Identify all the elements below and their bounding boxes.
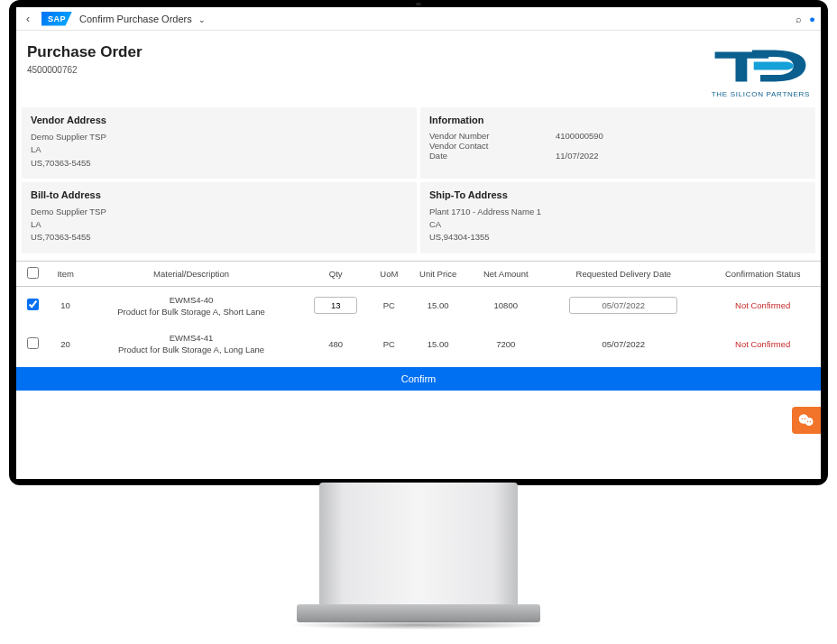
svg-point-4 xyxy=(807,421,809,423)
col-material: Material/Description xyxy=(82,261,300,286)
date-value: 11/07/2022 xyxy=(556,151,599,161)
shipto-heading: Ship-To Address xyxy=(429,189,806,200)
row-checkbox[interactable] xyxy=(27,337,39,349)
material-description: EWMS4-40 Product for Bulk Storage A, Sho… xyxy=(82,286,300,325)
camera-icon xyxy=(416,3,421,5)
items-table-wrap: Item Material/Description Qty UoM Unit P… xyxy=(16,261,821,363)
tsp-logo-icon xyxy=(711,43,810,88)
confirm-button[interactable]: Confirm xyxy=(16,367,821,391)
app-screen: ‹ SAP Confirm Purchase Orders ⌄ ⌕ ● Purc… xyxy=(16,7,821,479)
item-number: 10 xyxy=(49,286,82,325)
page-title: Purchase Order xyxy=(27,43,143,61)
confirmation-status: Not Confirmed xyxy=(704,286,821,325)
vendor-name: Demo Supplier TSP xyxy=(31,131,408,143)
material-description: EWMS4-41 Product for Bulk Storage A, Lon… xyxy=(82,325,300,363)
col-item: Item xyxy=(49,261,82,286)
page-header: Purchase Order 4500000762 THE SILICON PA… xyxy=(16,31,821,104)
net-amount-value: 10800 xyxy=(469,286,542,325)
net-amount-value: 7200 xyxy=(469,325,542,363)
col-conf-status: Confirmation Status xyxy=(704,261,821,286)
billto-card: Bill-to Address Demo Supplier TSP LA US,… xyxy=(22,182,417,253)
material-desc: Product for Bulk Storage A, Short Lane xyxy=(86,306,297,317)
uom-value: PC xyxy=(372,325,407,363)
vendor-number-label: Vendor Number xyxy=(429,131,556,141)
item-number: 20 xyxy=(49,325,82,363)
qty-value: 480 xyxy=(328,339,343,349)
table-row: 20 EWMS4-41 Product for Bulk Storage A, … xyxy=(16,325,821,363)
shipto-zip: US,94304-1355 xyxy=(429,231,806,244)
billto-city: LA xyxy=(31,218,408,231)
confirmation-status: Not Confirmed xyxy=(704,325,821,363)
information-heading: Information xyxy=(429,115,806,125)
monitor-stand-base xyxy=(297,604,540,622)
vendor-number-value: 4100000590 xyxy=(556,131,603,141)
shipto-city: CA xyxy=(429,218,806,231)
select-all-checkbox[interactable] xyxy=(27,267,39,279)
billto-zip: US,70363-5455 xyxy=(31,231,408,244)
uom-value: PC xyxy=(372,286,407,325)
items-table: Item Material/Description Qty UoM Unit P… xyxy=(16,261,821,363)
row-checkbox[interactable] xyxy=(27,299,39,310)
svg-point-5 xyxy=(810,421,812,423)
chat-icon[interactable] xyxy=(792,407,821,434)
svg-point-1 xyxy=(805,418,814,426)
col-req-date: Requested Delivery Date xyxy=(542,261,704,286)
user-icon[interactable]: ● xyxy=(809,14,815,24)
partner-logo: THE SILICON PARTNERS xyxy=(711,43,810,98)
chevron-down-icon: ⌄ xyxy=(198,15,206,24)
col-qty: Qty xyxy=(300,261,372,286)
billto-heading: Bill-to Address xyxy=(31,189,408,200)
vendor-address-card: Vendor Address Demo Supplier TSP LA US,7… xyxy=(22,107,417,179)
shell-title-text: Confirm Purchase Orders xyxy=(79,14,192,24)
col-uom: UoM xyxy=(372,261,407,286)
monitor-stand-neck xyxy=(319,483,518,609)
shell-header: ‹ SAP Confirm Purchase Orders ⌄ ⌕ ● xyxy=(16,7,821,31)
page-titles: Purchase Order 4500000762 xyxy=(27,43,143,75)
col-net-amount: Net Amount xyxy=(469,261,542,286)
unit-price-value: 15.00 xyxy=(407,286,469,325)
information-card: Information Vendor Number 4100000590 Ven… xyxy=(420,107,815,179)
shell-actions: ⌕ ● xyxy=(796,14,815,24)
shipto-card: Ship-To Address Plant 1710 - Address Nam… xyxy=(420,182,815,253)
date-value: 05/07/2022 xyxy=(602,339,646,349)
info-grid: Vendor Address Demo Supplier TSP LA US,7… xyxy=(16,104,821,257)
table-header-row: Item Material/Description Qty UoM Unit P… xyxy=(16,261,821,286)
shell-title-dropdown[interactable]: Confirm Purchase Orders ⌄ xyxy=(79,14,206,24)
qty-input[interactable] xyxy=(314,297,357,314)
material-code: EWMS4-40 xyxy=(86,294,297,306)
date-label: Date xyxy=(429,151,556,161)
billto-name: Demo Supplier TSP xyxy=(31,206,408,218)
vendor-contact-label: Vendor Contact xyxy=(429,141,556,151)
confirm-label: Confirm xyxy=(401,373,437,384)
sap-logo-icon[interactable]: SAP xyxy=(41,12,72,26)
unit-price-value: 15.00 xyxy=(407,325,469,363)
monitor-frame: ‹ SAP Confirm Purchase Orders ⌄ ⌕ ● Purc… xyxy=(9,0,828,485)
material-desc: Product for Bulk Storage A, Long Lane xyxy=(86,344,297,355)
svg-point-2 xyxy=(802,419,804,420)
search-icon[interactable]: ⌕ xyxy=(796,14,802,24)
svg-point-3 xyxy=(805,419,806,420)
shipto-name: Plant 1710 - Address Name 1 xyxy=(429,206,806,218)
partner-logo-text: THE SILICON PARTNERS xyxy=(711,90,810,98)
table-row: 10 EWMS4-40 Product for Bulk Storage A, … xyxy=(16,286,821,325)
col-unit-price: Unit Price xyxy=(407,261,469,286)
back-icon[interactable]: ‹ xyxy=(22,13,34,25)
vendor-city: LA xyxy=(31,143,408,156)
monitor-shadow xyxy=(288,621,549,630)
po-number: 4500000762 xyxy=(27,65,143,75)
vendor-address-heading: Vendor Address xyxy=(31,115,408,125)
material-code: EWMS4-41 xyxy=(86,332,297,344)
vendor-zip: US,70363-5455 xyxy=(31,157,408,170)
date-input[interactable] xyxy=(569,297,677,314)
